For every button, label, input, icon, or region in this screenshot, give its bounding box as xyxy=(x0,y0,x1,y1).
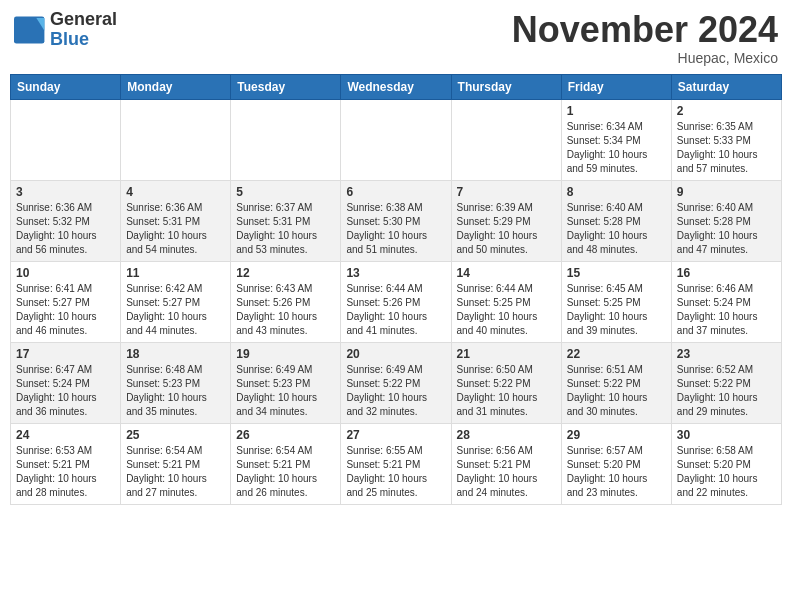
day-number: 15 xyxy=(567,266,666,280)
day-cell-11: 11Sunrise: 6:42 AMSunset: 5:27 PMDayligh… xyxy=(121,261,231,342)
logo-blue: Blue xyxy=(50,29,89,49)
day-header-tuesday: Tuesday xyxy=(231,74,341,99)
day-number: 16 xyxy=(677,266,776,280)
day-info: Sunrise: 6:34 AMSunset: 5:34 PMDaylight:… xyxy=(567,120,666,176)
logo-text: General Blue xyxy=(50,10,117,50)
day-number: 10 xyxy=(16,266,115,280)
day-cell-22: 22Sunrise: 6:51 AMSunset: 5:22 PMDayligh… xyxy=(561,342,671,423)
day-number: 30 xyxy=(677,428,776,442)
day-number: 22 xyxy=(567,347,666,361)
day-cell-12: 12Sunrise: 6:43 AMSunset: 5:26 PMDayligh… xyxy=(231,261,341,342)
day-cell-14: 14Sunrise: 6:44 AMSunset: 5:25 PMDayligh… xyxy=(451,261,561,342)
day-header-thursday: Thursday xyxy=(451,74,561,99)
day-number: 1 xyxy=(567,104,666,118)
day-info: Sunrise: 6:40 AMSunset: 5:28 PMDaylight:… xyxy=(677,201,776,257)
day-cell-27: 27Sunrise: 6:55 AMSunset: 5:21 PMDayligh… xyxy=(341,423,451,504)
day-cell-29: 29Sunrise: 6:57 AMSunset: 5:20 PMDayligh… xyxy=(561,423,671,504)
week-row-5: 24Sunrise: 6:53 AMSunset: 5:21 PMDayligh… xyxy=(11,423,782,504)
page-header: General Blue November 2024 Huepac, Mexic… xyxy=(10,10,782,66)
day-cell-10: 10Sunrise: 6:41 AMSunset: 5:27 PMDayligh… xyxy=(11,261,121,342)
day-cell-28: 28Sunrise: 6:56 AMSunset: 5:21 PMDayligh… xyxy=(451,423,561,504)
day-number: 25 xyxy=(126,428,225,442)
day-cell-25: 25Sunrise: 6:54 AMSunset: 5:21 PMDayligh… xyxy=(121,423,231,504)
day-info: Sunrise: 6:40 AMSunset: 5:28 PMDaylight:… xyxy=(567,201,666,257)
logo-general: General xyxy=(50,9,117,29)
location: Huepac, Mexico xyxy=(512,50,778,66)
day-cell-18: 18Sunrise: 6:48 AMSunset: 5:23 PMDayligh… xyxy=(121,342,231,423)
day-number: 20 xyxy=(346,347,445,361)
empty-cell xyxy=(451,99,561,180)
month-title: November 2024 xyxy=(512,10,778,50)
empty-cell xyxy=(341,99,451,180)
day-cell-1: 1Sunrise: 6:34 AMSunset: 5:34 PMDaylight… xyxy=(561,99,671,180)
day-info: Sunrise: 6:44 AMSunset: 5:26 PMDaylight:… xyxy=(346,282,445,338)
day-cell-24: 24Sunrise: 6:53 AMSunset: 5:21 PMDayligh… xyxy=(11,423,121,504)
day-header-monday: Monday xyxy=(121,74,231,99)
day-info: Sunrise: 6:41 AMSunset: 5:27 PMDaylight:… xyxy=(16,282,115,338)
day-number: 2 xyxy=(677,104,776,118)
week-row-2: 3Sunrise: 6:36 AMSunset: 5:32 PMDaylight… xyxy=(11,180,782,261)
day-number: 14 xyxy=(457,266,556,280)
day-info: Sunrise: 6:52 AMSunset: 5:22 PMDaylight:… xyxy=(677,363,776,419)
day-info: Sunrise: 6:54 AMSunset: 5:21 PMDaylight:… xyxy=(236,444,335,500)
day-cell-5: 5Sunrise: 6:37 AMSunset: 5:31 PMDaylight… xyxy=(231,180,341,261)
day-info: Sunrise: 6:56 AMSunset: 5:21 PMDaylight:… xyxy=(457,444,556,500)
day-cell-9: 9Sunrise: 6:40 AMSunset: 5:28 PMDaylight… xyxy=(671,180,781,261)
day-info: Sunrise: 6:48 AMSunset: 5:23 PMDaylight:… xyxy=(126,363,225,419)
day-info: Sunrise: 6:55 AMSunset: 5:21 PMDaylight:… xyxy=(346,444,445,500)
day-number: 3 xyxy=(16,185,115,199)
day-number: 28 xyxy=(457,428,556,442)
header-row: SundayMondayTuesdayWednesdayThursdayFrid… xyxy=(11,74,782,99)
day-cell-21: 21Sunrise: 6:50 AMSunset: 5:22 PMDayligh… xyxy=(451,342,561,423)
day-info: Sunrise: 6:58 AMSunset: 5:20 PMDaylight:… xyxy=(677,444,776,500)
day-info: Sunrise: 6:49 AMSunset: 5:22 PMDaylight:… xyxy=(346,363,445,419)
day-number: 26 xyxy=(236,428,335,442)
day-header-wednesday: Wednesday xyxy=(341,74,451,99)
day-number: 8 xyxy=(567,185,666,199)
day-number: 29 xyxy=(567,428,666,442)
day-cell-7: 7Sunrise: 6:39 AMSunset: 5:29 PMDaylight… xyxy=(451,180,561,261)
week-row-3: 10Sunrise: 6:41 AMSunset: 5:27 PMDayligh… xyxy=(11,261,782,342)
empty-cell xyxy=(11,99,121,180)
day-info: Sunrise: 6:53 AMSunset: 5:21 PMDaylight:… xyxy=(16,444,115,500)
day-cell-15: 15Sunrise: 6:45 AMSunset: 5:25 PMDayligh… xyxy=(561,261,671,342)
day-info: Sunrise: 6:45 AMSunset: 5:25 PMDaylight:… xyxy=(567,282,666,338)
day-cell-3: 3Sunrise: 6:36 AMSunset: 5:32 PMDaylight… xyxy=(11,180,121,261)
day-number: 12 xyxy=(236,266,335,280)
day-info: Sunrise: 6:44 AMSunset: 5:25 PMDaylight:… xyxy=(457,282,556,338)
day-info: Sunrise: 6:38 AMSunset: 5:30 PMDaylight:… xyxy=(346,201,445,257)
day-cell-17: 17Sunrise: 6:47 AMSunset: 5:24 PMDayligh… xyxy=(11,342,121,423)
day-number: 7 xyxy=(457,185,556,199)
day-info: Sunrise: 6:42 AMSunset: 5:27 PMDaylight:… xyxy=(126,282,225,338)
day-cell-13: 13Sunrise: 6:44 AMSunset: 5:26 PMDayligh… xyxy=(341,261,451,342)
day-number: 27 xyxy=(346,428,445,442)
day-cell-4: 4Sunrise: 6:36 AMSunset: 5:31 PMDaylight… xyxy=(121,180,231,261)
day-number: 9 xyxy=(677,185,776,199)
day-cell-26: 26Sunrise: 6:54 AMSunset: 5:21 PMDayligh… xyxy=(231,423,341,504)
day-number: 6 xyxy=(346,185,445,199)
title-section: November 2024 Huepac, Mexico xyxy=(512,10,778,66)
day-info: Sunrise: 6:39 AMSunset: 5:29 PMDaylight:… xyxy=(457,201,556,257)
week-row-4: 17Sunrise: 6:47 AMSunset: 5:24 PMDayligh… xyxy=(11,342,782,423)
day-number: 18 xyxy=(126,347,225,361)
day-number: 13 xyxy=(346,266,445,280)
day-info: Sunrise: 6:36 AMSunset: 5:31 PMDaylight:… xyxy=(126,201,225,257)
day-cell-30: 30Sunrise: 6:58 AMSunset: 5:20 PMDayligh… xyxy=(671,423,781,504)
day-number: 11 xyxy=(126,266,225,280)
day-info: Sunrise: 6:35 AMSunset: 5:33 PMDaylight:… xyxy=(677,120,776,176)
day-info: Sunrise: 6:51 AMSunset: 5:22 PMDaylight:… xyxy=(567,363,666,419)
day-number: 24 xyxy=(16,428,115,442)
empty-cell xyxy=(231,99,341,180)
week-row-1: 1Sunrise: 6:34 AMSunset: 5:34 PMDaylight… xyxy=(11,99,782,180)
logo-icon xyxy=(14,16,46,44)
day-cell-20: 20Sunrise: 6:49 AMSunset: 5:22 PMDayligh… xyxy=(341,342,451,423)
day-info: Sunrise: 6:50 AMSunset: 5:22 PMDaylight:… xyxy=(457,363,556,419)
day-cell-19: 19Sunrise: 6:49 AMSunset: 5:23 PMDayligh… xyxy=(231,342,341,423)
day-info: Sunrise: 6:54 AMSunset: 5:21 PMDaylight:… xyxy=(126,444,225,500)
day-info: Sunrise: 6:57 AMSunset: 5:20 PMDaylight:… xyxy=(567,444,666,500)
day-info: Sunrise: 6:47 AMSunset: 5:24 PMDaylight:… xyxy=(16,363,115,419)
day-number: 17 xyxy=(16,347,115,361)
day-header-saturday: Saturday xyxy=(671,74,781,99)
day-number: 23 xyxy=(677,347,776,361)
day-number: 21 xyxy=(457,347,556,361)
